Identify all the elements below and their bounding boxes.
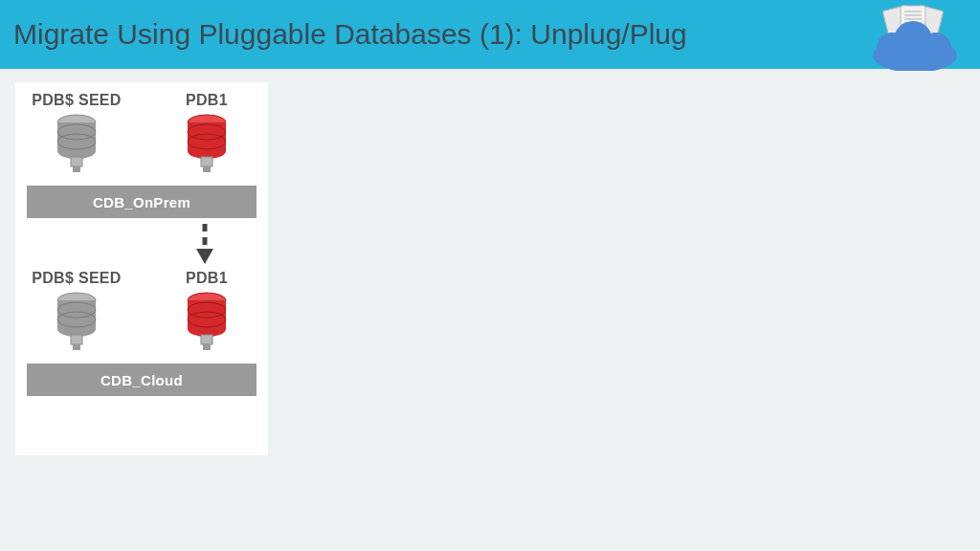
svg-marker-29: [196, 249, 213, 264]
svg-point-12: [921, 33, 951, 63]
pdb1-bottom-label: PDB1: [157, 270, 256, 287]
cdb-cloud-label: CDB_Cloud: [27, 364, 256, 396]
svg-rect-19: [73, 166, 80, 172]
pdb-seed-bottom-label: PDB$ SEED: [27, 270, 126, 287]
pdb1-bottom: PDB1: [157, 270, 256, 358]
pdb-seed-top-label: PDB$ SEED: [27, 92, 126, 109]
pdb-row-bottom: PDB$ SEED PDB1: [27, 270, 256, 358]
database-red-icon: [180, 291, 234, 356]
svg-rect-18: [71, 157, 82, 166]
svg-rect-36: [73, 344, 80, 350]
cdb-onprem-block: PDB$ SEED PDB1: [27, 92, 256, 218]
cdb-onprem-label: CDB_OnPrem: [27, 186, 256, 218]
database-gray-icon: [50, 291, 103, 356]
arrow-down: [27, 218, 256, 270]
pdb1-top-label: PDB1: [157, 92, 256, 109]
pdb1-top: PDB1: [157, 92, 256, 180]
database-red-icon: [180, 113, 234, 178]
cdb-cloud-block: PDB$ SEED PDB1: [27, 270, 256, 396]
slide-title: Migrate Using Pluggable Databases (1): U…: [13, 18, 687, 51]
svg-rect-26: [203, 166, 211, 172]
svg-rect-25: [201, 157, 212, 166]
diagram-panel: PDB$ SEED PDB1: [15, 82, 268, 455]
svg-rect-35: [71, 335, 82, 344]
database-gray-icon: [50, 113, 103, 178]
cloud-documents-icon: [859, 2, 965, 71]
pdb-seed-bottom: PDB$ SEED: [27, 270, 126, 358]
pdb-seed-top: PDB$ SEED: [27, 92, 126, 180]
dashed-arrow-down-icon: [193, 222, 216, 268]
pdb-row-top: PDB$ SEED PDB1: [27, 92, 256, 180]
slide-header: Migrate Using Pluggable Databases (1): U…: [0, 0, 980, 69]
svg-rect-43: [203, 344, 211, 350]
svg-rect-42: [201, 335, 212, 344]
